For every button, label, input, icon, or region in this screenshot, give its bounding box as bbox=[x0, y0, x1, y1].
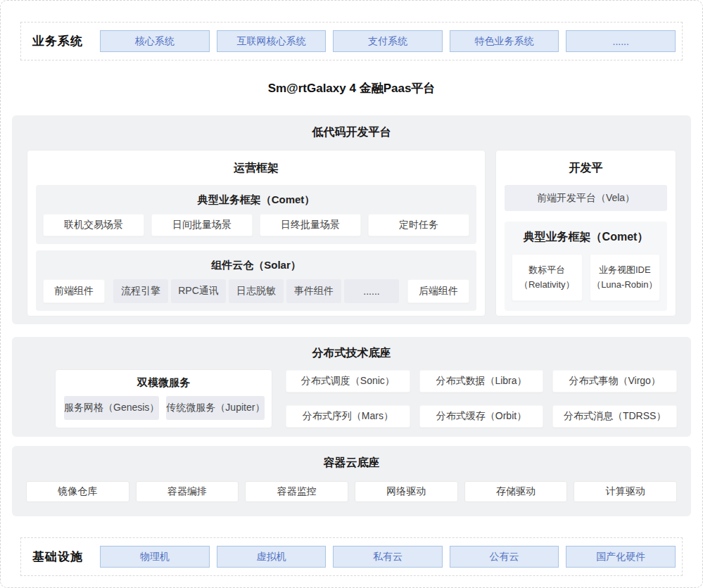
page-title: Sm@rtGalaxy 4 金融Paas平台 bbox=[1, 75, 702, 103]
architecture-diagram: 业务系统 核心系统 互联网核心系统 支付系统 特色业务系统 ...... Sm@… bbox=[0, 0, 703, 588]
business-systems-label: 业务系统 bbox=[27, 33, 100, 49]
solar-middle-group: 流程引擎 RPC通讯 日志脱敏 事件组件 ...... bbox=[113, 279, 399, 303]
dev-platform-title: 开发平 bbox=[505, 161, 667, 176]
distributed-sequence-mars[interactable]: 分布式序列（Mars） bbox=[286, 405, 410, 428]
component-process-engine[interactable]: 流程引擎 bbox=[113, 279, 168, 303]
relativity-codename: （Relativity） bbox=[519, 278, 575, 292]
dual-microservice-title: 双模微服务 bbox=[64, 376, 263, 390]
distributed-base-section: 分布式技术底座 双模微服务 服务网格（Genesis） 传统微服务（Jupite… bbox=[12, 337, 691, 437]
vela-frontend-platform[interactable]: 前端开发平台（Vela） bbox=[505, 185, 667, 211]
container-cloud-title: 容器云底座 bbox=[26, 456, 677, 471]
component-frontend[interactable]: 前端组件 bbox=[43, 279, 105, 303]
component-log-masking[interactable]: 日志脱敏 bbox=[229, 279, 284, 303]
dual-microservice-items: 服务网格（Genesis） 传统微服务（Jupiter） bbox=[64, 396, 263, 420]
dev-comet-panel: 典型业务框架（Comet） 数标平台 （Relativity） 业务视图IDE … bbox=[505, 222, 667, 311]
solar-warehouse-items: 前端组件 流程引擎 RPC通讯 日志脱敏 事件组件 ...... 后端组件 bbox=[43, 279, 469, 303]
component-event[interactable]: 事件组件 bbox=[286, 279, 341, 303]
traditional-microservice-jupiter[interactable]: 传统微服务（Jupiter） bbox=[166, 396, 265, 420]
luna-robin-name: 业务视图IDE bbox=[599, 263, 651, 277]
distributed-base-title: 分布式技术底座 bbox=[26, 346, 677, 361]
solar-warehouse-title: 组件云仓（Solar） bbox=[43, 259, 469, 272]
network-driver[interactable]: 网络驱动 bbox=[355, 481, 458, 502]
dev-comet-title: 典型业务框架（Comet） bbox=[512, 230, 660, 245]
distributed-body: 双模微服务 服务网格（Genesis） 传统微服务（Jupiter） 分布式调度… bbox=[56, 370, 677, 428]
infrastructure-label: 基础设施 bbox=[27, 549, 100, 565]
distributed-items-grid: 分布式调度（Sonic） 分布式数据（Libra） 分布式事物（Virgo） 分… bbox=[286, 370, 677, 428]
business-system-core[interactable]: 核心系统 bbox=[100, 30, 210, 52]
container-cloud-section: 容器云底座 镜像仓库 容器编排 容器监控 网络驱动 存储驱动 计算驱动 bbox=[12, 446, 691, 516]
ops-framework-panel: 运营框架 典型业务框架（Comet） 联机交易场景 日间批量场景 日终批量场景 … bbox=[27, 151, 485, 316]
infra-domestic-hardware[interactable]: 国产化硬件 bbox=[566, 546, 676, 568]
service-mesh-genesis[interactable]: 服务网格（Genesis） bbox=[64, 396, 159, 420]
infrastructure-buttons: 物理机 虚拟机 私有云 公有云 国产化硬件 bbox=[100, 546, 676, 568]
distributed-data-libra[interactable]: 分布式数据（Libra） bbox=[419, 370, 544, 392]
lowcode-platform-title: 低代码开发平台 bbox=[27, 125, 676, 140]
business-system-special[interactable]: 特色业务系统 bbox=[450, 30, 559, 52]
container-monitoring[interactable]: 容器监控 bbox=[245, 481, 348, 502]
scenario-scheduled-task[interactable]: 定时任务 bbox=[368, 214, 469, 236]
scenario-online-trading[interactable]: 联机交易场景 bbox=[43, 214, 144, 236]
image-registry[interactable]: 镜像仓库 bbox=[26, 481, 129, 502]
dev-platform-panel: 开发平 前端开发平台（Vela） 典型业务框架（Comet） 数标平台 （Rel… bbox=[496, 151, 676, 316]
container-orchestration[interactable]: 容器编排 bbox=[136, 481, 239, 502]
business-system-payment[interactable]: 支付系统 bbox=[333, 30, 443, 52]
business-systems-section: 业务系统 核心系统 互联网核心系统 支付系统 特色业务系统 ...... bbox=[20, 22, 683, 60]
compute-driver[interactable]: 计算驱动 bbox=[574, 481, 677, 502]
comet-framework-panel: 典型业务框架（Comet） 联机交易场景 日间批量场景 日终批量场景 定时任务 bbox=[36, 185, 476, 244]
relativity-name: 数标平台 bbox=[528, 263, 565, 277]
component-rpc[interactable]: RPC通讯 bbox=[171, 279, 226, 303]
infra-physical-machine[interactable]: 物理机 bbox=[100, 546, 210, 568]
luna-robin-codename: （Luna-Robin） bbox=[592, 278, 657, 292]
scenario-endofday-batch[interactable]: 日终批量场景 bbox=[260, 214, 361, 236]
component-more[interactable]: ...... bbox=[344, 279, 399, 303]
component-backend[interactable]: 后端组件 bbox=[407, 279, 469, 303]
ops-framework-title: 运营框架 bbox=[36, 161, 476, 176]
infrastructure-section: 基础设施 物理机 虚拟机 私有云 公有云 国产化硬件 bbox=[20, 537, 683, 576]
comet-framework-items: 联机交易场景 日间批量场景 日终批量场景 定时任务 bbox=[43, 214, 469, 236]
lowcode-body: 运营框架 典型业务框架（Comet） 联机交易场景 日间批量场景 日终批量场景 … bbox=[27, 151, 676, 316]
lowcode-platform-section: 低代码开发平台 运营框架 典型业务框架（Comet） 联机交易场景 日间批量场景… bbox=[12, 115, 691, 324]
relativity-platform[interactable]: 数标平台 （Relativity） bbox=[512, 254, 583, 301]
distributed-scheduling-sonic[interactable]: 分布式调度（Sonic） bbox=[286, 370, 410, 392]
comet-framework-title: 典型业务框架（Comet） bbox=[43, 193, 469, 207]
business-systems-buttons: 核心系统 互联网核心系统 支付系统 特色业务系统 ...... bbox=[100, 30, 676, 52]
scenario-daytime-batch[interactable]: 日间批量场景 bbox=[151, 214, 253, 236]
distributed-cache-orbit[interactable]: 分布式缓存（Orbit） bbox=[419, 405, 544, 428]
dev-comet-items: 数标平台 （Relativity） 业务视图IDE （Luna-Robin） bbox=[512, 254, 660, 301]
solar-warehouse-panel: 组件云仓（Solar） 前端组件 流程引擎 RPC通讯 日志脱敏 事件组件 ..… bbox=[36, 250, 476, 311]
distributed-message-tdrss[interactable]: 分布式消息（TDRSS） bbox=[552, 405, 677, 428]
container-cloud-items: 镜像仓库 容器编排 容器监控 网络驱动 存储驱动 计算驱动 bbox=[26, 481, 677, 502]
infra-public-cloud[interactable]: 公有云 bbox=[450, 546, 559, 568]
infra-virtual-machine[interactable]: 虚拟机 bbox=[217, 546, 327, 568]
storage-driver[interactable]: 存储驱动 bbox=[464, 481, 568, 502]
dual-microservice-panel: 双模微服务 服务网格（Genesis） 传统微服务（Jupiter） bbox=[56, 370, 272, 428]
business-system-more[interactable]: ...... bbox=[566, 30, 676, 52]
distributed-transaction-virgo[interactable]: 分布式事物（Virgo） bbox=[552, 370, 677, 392]
infra-private-cloud[interactable]: 私有云 bbox=[333, 546, 443, 568]
luna-robin-ide[interactable]: 业务视图IDE （Luna-Robin） bbox=[590, 254, 661, 301]
business-system-internet-core[interactable]: 互联网核心系统 bbox=[217, 30, 327, 52]
